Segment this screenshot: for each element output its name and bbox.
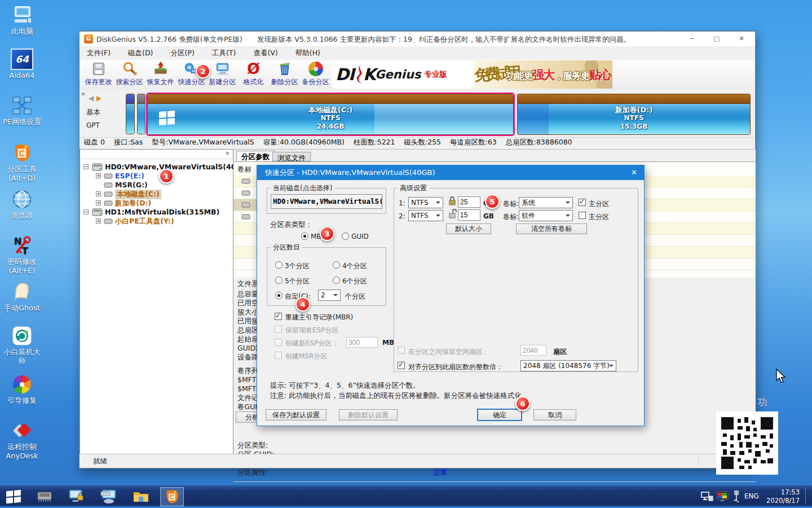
desktop-icon-browser[interactable]: 浏览器	[0, 189, 44, 220]
taskbar-app-lock[interactable]	[66, 487, 87, 506]
current-disk-selector[interactable]: HD0:VMware,VMwareVirtualS(4	[271, 194, 382, 209]
tray-network-icon[interactable]	[701, 492, 713, 502]
tree-node-local-c[interactable]: + 本地磁盘(C:)	[80, 190, 233, 199]
mode-basic-label[interactable]: 基本	[86, 108, 100, 117]
radio-3-partitions[interactable]	[275, 261, 283, 269]
expand-icon[interactable]: +	[96, 191, 101, 196]
radio-4-partitions[interactable]	[333, 261, 340, 269]
row1-fs-select[interactable]: NTFS	[408, 197, 443, 208]
row1-volume-select[interactable]: 系统	[519, 197, 573, 208]
tree-node-hd1[interactable]: − HD1:MsftVirtualDisk(315MB)	[80, 208, 233, 217]
title-bar[interactable]: G DiskGenius V5.1.2.766 免费版(单文件PE版) 发现新版…	[80, 32, 755, 47]
desktop-icon-this-pc[interactable]: 此电脑	[0, 5, 44, 36]
tray-usb-icon[interactable]	[732, 491, 741, 503]
tab-partition-params[interactable]: 分区参数	[236, 151, 275, 161]
menu-partition[interactable]: 分区(P)	[164, 46, 202, 60]
desktop-icon-anydesk[interactable]: 远程控制 AnyDesk	[0, 420, 44, 461]
checkbox-keep-free-sectors[interactable]	[398, 347, 405, 354]
tree-close-icon[interactable]: ✕	[225, 151, 230, 156]
nav-back-icon[interactable]: ◀	[89, 94, 94, 102]
dialog-title-bar[interactable]: 快速分区 - HD0:VMware,VMwareVirtualS(40GB) ✕	[257, 165, 644, 180]
mode-gpt-label[interactable]: GPT	[86, 121, 100, 129]
tree-node-hd0[interactable]: − HD0:VMware,VMwareVirtualS(40GB)	[80, 163, 233, 172]
desktop-icon-bootfix[interactable]: 引导修复	[0, 374, 44, 405]
desktop-icon-partition-tool[interactable]: 分区工具 (Alt+D)	[0, 142, 44, 183]
partition-bar-c[interactable]: 本地磁盘(C:) NTFS 24.4GB	[147, 94, 514, 135]
clock[interactable]: 17:53 2020/8/17	[762, 488, 800, 505]
keep-free-input[interactable]	[520, 345, 546, 356]
checkbox-keep-esp[interactable]	[275, 326, 282, 333]
tree-node-msr[interactable]: MSR(G:)	[80, 181, 233, 190]
backup-partition-button[interactable]: 备份分区	[300, 60, 331, 89]
row2-primary-checkbox[interactable]	[579, 212, 586, 219]
tree-node-pe-tool-y[interactable]: + 小白PE工具盘(Y:)	[80, 217, 233, 226]
menu-disk[interactable]: 磁盘(D)	[121, 46, 160, 60]
row2-fs-select[interactable]: NTFS	[408, 210, 443, 221]
checkbox-create-msr[interactable]	[275, 352, 282, 359]
taskbar-app-keyboard[interactable]	[98, 487, 120, 506]
esp-partition-bar[interactable]	[126, 94, 135, 134]
close-button[interactable]: ✕	[732, 34, 751, 44]
delete-default-button[interactable]: 删除默认设置	[339, 409, 398, 421]
save-changes-button[interactable]: 保存更改	[83, 60, 114, 89]
esp-size-input[interactable]	[346, 337, 378, 348]
dialog-close-icon[interactable]: ✕	[631, 165, 637, 180]
radio-custom-count[interactable]	[275, 292, 283, 299]
search-partition-button[interactable]: 搜索分区	[114, 60, 145, 89]
cancel-button[interactable]: 取消	[533, 409, 576, 421]
clear-volume-labels-button[interactable]: 清空所有卷标	[516, 224, 587, 234]
desktop-icon-password[interactable]: NT 密码修改 (Alt+E)	[0, 235, 44, 275]
minimize-button[interactable]: ─	[683, 34, 701, 44]
taskbar-app-explorer[interactable]	[130, 487, 152, 506]
row2-size-input[interactable]	[458, 209, 480, 221]
checkbox-rebuild-mbr[interactable]	[275, 313, 282, 320]
desktop-icon-ghost[interactable]: 手动Ghost	[0, 281, 44, 313]
custom-count-select[interactable]: 2	[318, 290, 341, 301]
collapse-icon[interactable]: −	[83, 209, 89, 214]
row1-primary-checkbox[interactable]	[579, 199, 586, 206]
taskbar-app-memory[interactable]	[34, 487, 55, 506]
radio-6-partitions[interactable]	[333, 277, 340, 284]
desktop-icon-pe-network[interactable]: PE网络设置	[0, 95, 44, 126]
maximize-button[interactable]: ▢	[708, 34, 726, 44]
tab-browse-files[interactable]: 浏览文件	[272, 152, 311, 161]
desktop-icon-aida64[interactable]: 64 Aida64	[0, 49, 44, 80]
align-select[interactable]: 2048 扇区 (1048576 字节)	[520, 360, 616, 371]
ok-button[interactable]: 确定	[477, 409, 522, 421]
format-button[interactable]: Ø 格式化	[238, 60, 269, 89]
radio-mbr[interactable]	[301, 233, 308, 240]
nav-forward-icon[interactable]: ▶	[96, 94, 102, 102]
show-desktop-divider[interactable]	[805, 488, 806, 505]
radio-5-partitions[interactable]	[275, 277, 283, 284]
start-button[interactable]	[3, 487, 24, 506]
radio-guid[interactable]	[342, 233, 349, 240]
default-size-button[interactable]: 默认大小	[446, 224, 491, 234]
collapse-icon[interactable]: −	[83, 164, 89, 169]
menu-view[interactable]: 查看(V)	[246, 46, 285, 60]
menu-help[interactable]: 帮助(H)	[288, 46, 328, 60]
expand-icon[interactable]: +	[96, 218, 101, 224]
menu-tools[interactable]: 工具(T)	[205, 46, 243, 60]
tree-node-new-volume-d[interactable]: + 新加卷(D:)	[80, 199, 233, 208]
new-partition-button[interactable]: 新建分区	[207, 60, 238, 89]
checkbox-new-esp[interactable]	[275, 339, 282, 346]
lock-closed-icon[interactable]	[448, 196, 456, 206]
desktop-icon-xiaobai[interactable]: 小白装机大 师	[0, 325, 44, 366]
tree-node-esp[interactable]: + ESP(E:)	[80, 172, 233, 181]
recover-files-button[interactable]: 恢复文件	[145, 60, 176, 89]
expand-icon[interactable]: +	[96, 173, 101, 178]
row1-size-input[interactable]	[458, 196, 480, 208]
menu-file[interactable]: 文件(F)	[80, 46, 118, 60]
expand-icon[interactable]: +	[96, 200, 101, 205]
column-header-volume[interactable]: 卷标	[237, 165, 251, 174]
checkbox-align-sectors[interactable]	[398, 362, 405, 369]
promo-banner[interactable]: DI K Genius 专业版 免费试用 功能更强大，服务更贴心	[332, 60, 612, 89]
lock-open-icon[interactable]	[448, 209, 457, 219]
msr-partition-bar[interactable]	[137, 94, 145, 134]
taskbar-app-diskgenius[interactable]	[160, 487, 184, 506]
row2-volume-select[interactable]: 软件	[519, 210, 573, 221]
save-default-button[interactable]: 保存为默认设置	[266, 409, 326, 421]
panel-close-icon[interactable]: ✕	[81, 91, 86, 97]
partition-bar-d[interactable]: 新加卷(D:) NTFS 15.3GB	[517, 94, 751, 135]
language-indicator[interactable]: ENG	[744, 492, 759, 500]
